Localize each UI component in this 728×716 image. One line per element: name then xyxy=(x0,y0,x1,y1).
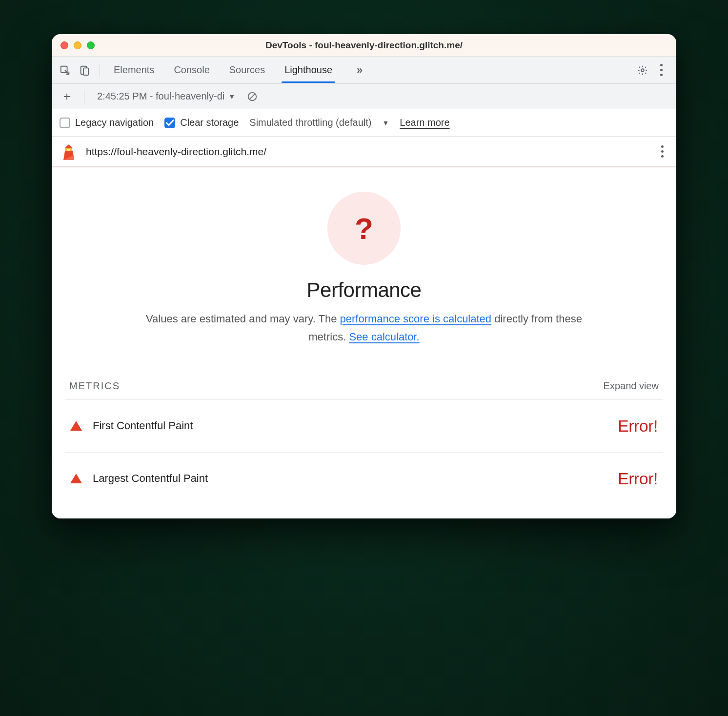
legacy-navigation-option[interactable]: Legacy navigation xyxy=(60,117,154,128)
lighthouse-toolbar: 2:45:25 PM - foul-heavenly-di ▼ xyxy=(52,84,676,109)
report-menu-icon[interactable] xyxy=(657,143,667,159)
score-value: ? xyxy=(355,211,373,246)
report-url: https://foul-heavenly-direction.glitch.m… xyxy=(86,146,648,158)
metric-value: Error! xyxy=(618,469,658,488)
svg-rect-2 xyxy=(83,68,88,75)
window-close-button[interactable] xyxy=(61,41,68,49)
device-toggle-icon[interactable] xyxy=(76,62,93,79)
dropdown-icon: ▼ xyxy=(228,93,235,100)
svg-marker-5 xyxy=(64,144,73,148)
inspect-element-icon[interactable] xyxy=(57,62,73,79)
expand-view-toggle[interactable]: Expand view xyxy=(604,380,659,392)
tab-lighthouse[interactable]: Lighthouse xyxy=(283,58,333,82)
metric-row: First Contentful Paint Error! xyxy=(65,400,663,453)
lighthouse-icon xyxy=(61,143,77,160)
clear-report-icon[interactable] xyxy=(244,88,261,105)
learn-more-link[interactable]: Learn more xyxy=(400,117,449,128)
tab-console[interactable]: Console xyxy=(173,58,210,82)
error-triangle-icon xyxy=(70,421,82,431)
new-report-button[interactable] xyxy=(59,88,75,105)
clear-storage-option[interactable]: Clear storage xyxy=(164,117,239,128)
tab-sources[interactable]: Sources xyxy=(228,58,266,82)
toolbar-separator xyxy=(100,64,100,77)
report-selector[interactable]: 2:45:25 PM - foul-heavenly-di ▼ xyxy=(93,89,239,104)
checkbox-checked-icon[interactable] xyxy=(164,118,175,128)
metric-row: Largest Contentful Paint Error! xyxy=(65,453,663,505)
lighthouse-report: ? Performance Values are estimated and m… xyxy=(52,167,676,518)
panel-tabs: Elements Console Sources Lighthouse » xyxy=(113,58,631,82)
score-gauge: ? xyxy=(327,192,401,265)
dropdown-icon: ▼ xyxy=(382,119,389,127)
toolbar-separator xyxy=(84,90,84,103)
metric-name: First Contentful Paint xyxy=(93,419,193,432)
subtitle-text-1: Values are estimated and may vary. The xyxy=(146,313,340,325)
devtools-main-toolbar: Elements Console Sources Lighthouse » xyxy=(52,57,676,84)
checkbox-empty-icon[interactable] xyxy=(60,118,70,128)
metric-name: Largest Contentful Paint xyxy=(93,472,208,485)
error-triangle-icon xyxy=(70,474,82,483)
metrics-header: METRICS Expand view xyxy=(65,380,663,400)
throttling-label: Simulated throttling (default) xyxy=(249,117,371,128)
titlebar: DevTools - foul-heavenly-direction.glitc… xyxy=(52,34,676,57)
report-subtitle: Values are estimated and may vary. The p… xyxy=(144,310,584,346)
traffic-lights xyxy=(52,41,95,49)
performance-score-link[interactable]: performance score is calculated xyxy=(340,313,491,325)
throttling-selector[interactable]: Simulated throttling (default) ▼ xyxy=(249,117,389,128)
see-calculator-link[interactable]: See calculator. xyxy=(349,331,419,343)
metric-value: Error! xyxy=(618,417,658,436)
legacy-navigation-label: Legacy navigation xyxy=(75,117,154,128)
more-tabs-icon[interactable]: » xyxy=(351,64,368,77)
report-url-bar: https://foul-heavenly-direction.glitch.m… xyxy=(52,137,676,167)
more-options-icon[interactable] xyxy=(653,62,669,79)
report-category-title: Performance xyxy=(65,278,663,302)
svg-rect-7 xyxy=(67,149,70,151)
tab-elements[interactable]: Elements xyxy=(113,58,155,82)
metrics-heading: METRICS xyxy=(69,380,120,392)
lighthouse-options-bar: Legacy navigation Clear storage Simulate… xyxy=(52,109,676,137)
report-selector-label: 2:45:25 PM - foul-heavenly-di xyxy=(97,91,224,102)
svg-point-3 xyxy=(641,69,644,72)
gear-icon[interactable] xyxy=(634,62,651,79)
clear-storage-label: Clear storage xyxy=(180,117,239,128)
window-minimize-button[interactable] xyxy=(74,41,81,49)
window-title: DevTools - foul-heavenly-direction.glitc… xyxy=(52,40,676,51)
devtools-window: DevTools - foul-heavenly-direction.glitc… xyxy=(52,34,676,518)
window-maximize-button[interactable] xyxy=(87,41,95,49)
